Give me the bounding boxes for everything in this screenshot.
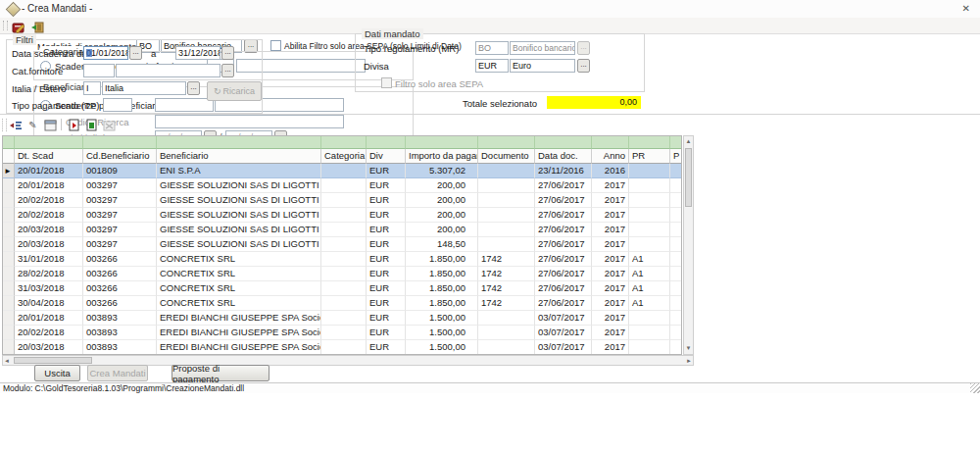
grid-cell[interactable] — [478, 208, 535, 223]
sepa-filter-checkbox[interactable] — [270, 40, 281, 51]
row-selector-cell[interactable] — [3, 223, 15, 237]
divisa-desc-field[interactable]: Euro — [510, 59, 575, 73]
grid-cell[interactable] — [321, 208, 367, 223]
divisa-code-field[interactable]: EUR — [475, 59, 509, 73]
grid-cell[interactable] — [670, 223, 682, 237]
grid-cell[interactable] — [321, 267, 367, 281]
column-header-cd-beneficiario[interactable]: Cd.Beneficiario — [83, 149, 157, 164]
grid-row[interactable]: 20/01/2018003893EREDI BIANCHI GIUSEPPE S… — [3, 311, 681, 326]
grid-cell[interactable]: 27/06/2017 — [535, 252, 592, 267]
scroll-down-arrow[interactable]: ▼ — [684, 344, 693, 353]
grid-cell[interactable] — [321, 281, 367, 296]
field-chooser-icon[interactable] — [8, 118, 23, 132]
data-da-lookup[interactable]: ... — [129, 46, 142, 60]
grid-cell[interactable]: GIESSE SOLUZIONI SAS DI LIGOTTI GIUSEPPE — [157, 193, 321, 208]
cat-fornitore-desc-field[interactable] — [116, 64, 220, 77]
cat-fornitore-lookup[interactable]: ... — [221, 64, 234, 77]
resize-grip[interactable] — [970, 383, 980, 393]
grid-cell[interactable] — [629, 326, 670, 340]
grid-cell[interactable]: 2017 — [592, 340, 629, 355]
grid-cell[interactable] — [670, 281, 682, 296]
grid-cell[interactable] — [629, 193, 670, 208]
italia-estero-desc-field[interactable]: Italia — [102, 81, 186, 95]
column-header-div[interactable]: Div — [367, 149, 406, 164]
grid-properties-icon[interactable] — [43, 118, 58, 132]
filter-cell[interactable] — [83, 136, 157, 149]
filter-cell[interactable] — [535, 136, 592, 149]
grid-row[interactable]: 20/03/2018003297GIESSE SOLUZIONI SAS DI … — [3, 223, 681, 237]
grid-cell[interactable] — [670, 311, 682, 326]
grid-cell[interactable]: 1742 — [478, 281, 535, 296]
grid-row[interactable]: 31/03/2018003266CONCRETIX SRLEUR1.850,00… — [3, 281, 681, 296]
grid-cell[interactable]: 27/06/2017 — [535, 208, 592, 223]
grid-row[interactable]: 20/03/2018003893EREDI BIANCHI GIUSEPPE S… — [3, 340, 681, 355]
row-selector-cell[interactable] — [3, 208, 15, 223]
filter-cell[interactable] — [592, 136, 629, 149]
grid-cell[interactable] — [478, 164, 535, 178]
grid-cell[interactable]: 20/01/2018 — [15, 178, 83, 193]
grid-cell[interactable]: 1.500,00 — [406, 326, 478, 340]
column-header-pr[interactable]: PR — [629, 149, 670, 164]
grid-row[interactable]: 31/01/2018003266CONCRETIX SRLEUR1.850,00… — [3, 252, 681, 267]
grid-cell[interactable]: 1742 — [478, 252, 535, 267]
grid-cell[interactable]: 1.850,00 — [406, 252, 478, 267]
grid-row[interactable]: 30/04/2018003266CONCRETIX SRLEUR1.850,00… — [3, 296, 681, 311]
grid-cell[interactable]: 003893 — [83, 340, 157, 355]
grid-cell[interactable] — [670, 164, 682, 178]
grid-cell[interactable]: 2017 — [592, 208, 629, 223]
grid-cell[interactable] — [670, 178, 682, 193]
divisa-lookup[interactable]: ... — [577, 59, 590, 73]
grid-cell[interactable]: 27/06/2017 — [535, 193, 592, 208]
grid-row[interactable]: 20/03/2018003297GIESSE SOLUZIONI SAS DI … — [3, 237, 681, 252]
grid-cell[interactable]: 1.850,00 — [406, 281, 478, 296]
grid-cell[interactable]: 2017 — [592, 193, 629, 208]
grid-cell[interactable]: 20/01/2018 — [15, 311, 83, 326]
grid-cell[interactable]: 20/03/2018 — [15, 237, 83, 252]
grid-cell[interactable]: 003266 — [83, 296, 157, 311]
edit-pencil-icon[interactable]: ✎ — [25, 118, 40, 132]
grid-cell[interactable]: 1742 — [478, 267, 535, 281]
grid-cell[interactable]: 27/06/2017 — [535, 267, 592, 281]
grid-cell[interactable]: 003893 — [83, 326, 157, 340]
grid-cell[interactable] — [478, 340, 535, 355]
grid-cell[interactable] — [629, 340, 670, 355]
grid-cell[interactable] — [321, 296, 367, 311]
italia-estero-lookup[interactable]: ... — [187, 81, 200, 95]
grid-cell[interactable]: 27/06/2017 — [535, 178, 592, 193]
filter-cell[interactable] — [15, 136, 83, 149]
grid-row[interactable]: 28/02/2018003266CONCRETIX SRLEUR1.850,00… — [3, 267, 681, 281]
column-header-anno[interactable]: Anno — [592, 149, 629, 164]
grid-cell[interactable] — [629, 208, 670, 223]
grid-cell[interactable]: 27/06/2017 — [535, 237, 592, 252]
grid-cell[interactable]: 31/03/2018 — [15, 281, 83, 296]
grid-cell[interactable]: EREDI BIANCHI GIUSEPPE SPA Socio Unico — [157, 311, 321, 326]
grid-cell[interactable] — [321, 164, 367, 178]
grid-cell[interactable]: CONCRETIX SRL — [157, 281, 321, 296]
grid-cell[interactable] — [478, 193, 535, 208]
column-header-p[interactable]: P — [670, 149, 682, 164]
grid-cell[interactable]: EUR — [367, 164, 406, 178]
grid-cell[interactable] — [321, 340, 367, 355]
horizontal-scroll-thumb[interactable] — [14, 357, 92, 364]
grid-cell[interactable] — [478, 237, 535, 252]
grid-cell[interactable] — [629, 178, 670, 193]
ricarica-button[interactable]: ↻ Ricarica — [207, 81, 262, 101]
grid-row[interactable]: 20/02/2018003297GIESSE SOLUZIONI SAS DI … — [3, 193, 681, 208]
grid-cell[interactable]: 2017 — [592, 281, 629, 296]
grid-cell[interactable]: 1.500,00 — [406, 340, 478, 355]
grid-cell[interactable] — [321, 311, 367, 326]
grid-cell[interactable]: 31/01/2018 — [15, 252, 83, 267]
filter-cell[interactable] — [478, 136, 535, 149]
grid-cell[interactable]: 003266 — [83, 267, 157, 281]
filter-cell[interactable] — [367, 136, 406, 149]
grid-cell[interactable]: 1.850,00 — [406, 296, 478, 311]
grid-cell[interactable]: 001809 — [83, 164, 157, 178]
scroll-right-arrow[interactable]: ► — [686, 357, 692, 366]
grid-cell[interactable] — [321, 237, 367, 252]
grid-cell[interactable]: 2017 — [592, 296, 629, 311]
grid-cell[interactable] — [670, 267, 682, 281]
grid-cell[interactable]: EUR — [367, 340, 406, 355]
grid-cell[interactable]: 20/02/2018 — [15, 326, 83, 340]
grid-cell[interactable]: 003297 — [83, 237, 157, 252]
vertical-scroll-thumb[interactable] — [685, 148, 692, 207]
